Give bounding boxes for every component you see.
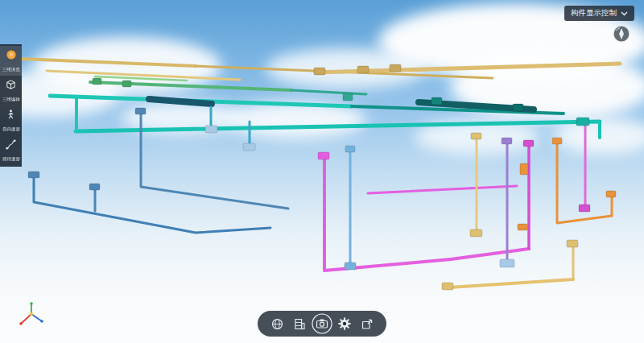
sidebar-item-path-roam[interactable]: 路径漫游: [0, 135, 22, 165]
orbit-compass-icon[interactable]: [612, 24, 631, 47]
sidebar-item-browse-3d[interactable]: 三维浏览: [0, 46, 22, 76]
path-roam-icon: [5, 138, 17, 154]
floors-icon: [293, 317, 307, 331]
sidebar-item-edit-3d[interactable]: 三维编辑: [0, 76, 22, 105]
sidebar-item-free-roam[interactable]: 自由漫游: [0, 105, 22, 135]
sidebar-item-label: 路径漫游: [2, 155, 20, 162]
component-display-control-label: 构件显示控制: [571, 8, 617, 19]
globe-button[interactable]: [266, 313, 287, 334]
cube-arrow-icon: [361, 317, 374, 331]
gear-icon: [337, 316, 352, 331]
browse-3d-icon: [5, 48, 18, 64]
component-display-control-button[interactable]: 构件显示控制: [564, 6, 634, 21]
globe-icon: [270, 317, 284, 331]
sidebar-item-label: 三维浏览: [2, 66, 20, 72]
axis-gizmo[interactable]: [16, 301, 47, 332]
chevron-down-icon: [621, 11, 628, 16]
camera-icon: [312, 313, 332, 334]
camera-button[interactable]: [312, 313, 332, 334]
settings-button[interactable]: [334, 313, 355, 334]
floors-button[interactable]: [289, 313, 310, 334]
left-toolbar: 三维浏览 三维编辑 自由漫游: [0, 44, 22, 167]
bim-viewer-window: 三维浏览 三维编辑 自由漫游: [0, 0, 644, 343]
sidebar-item-label: 三维编辑: [2, 96, 20, 102]
edit-3d-icon: [5, 79, 17, 94]
cube-arrow-button[interactable]: [357, 313, 378, 334]
viewport-3d-pipe-model[interactable]: [0, 0, 644, 343]
sidebar-item-label: 自由漫游: [2, 126, 20, 132]
free-roam-icon: [5, 109, 17, 124]
bottom-toolbar: [258, 311, 386, 337]
